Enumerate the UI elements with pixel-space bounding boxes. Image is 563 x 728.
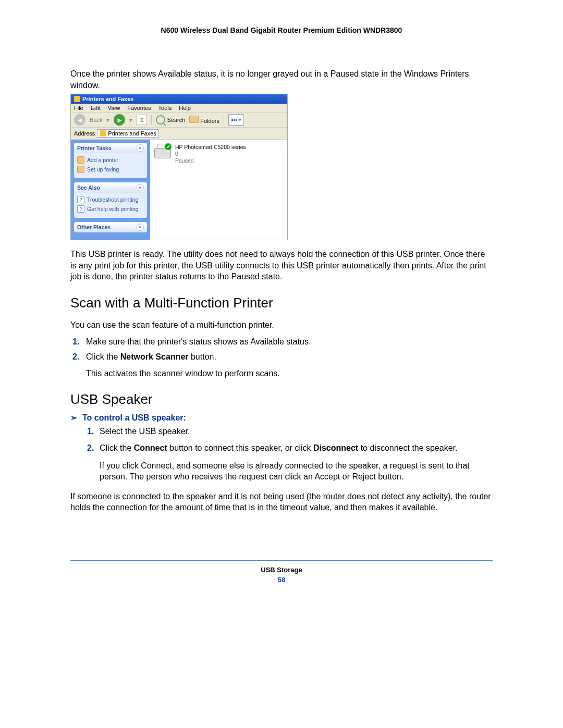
collapse-icon: «	[137, 184, 144, 191]
scan-step-2: 2.Click the Network Scanner button. This…	[71, 351, 493, 379]
scan-intro: You can use the scan feature of a multi-…	[70, 319, 493, 331]
address-value: Printers and Faxes	[108, 130, 156, 137]
printer-icon: ✔	[154, 144, 171, 158]
search-label: Search	[167, 117, 185, 123]
page-footer: USB Storage 58	[70, 560, 493, 584]
window-menubar: File Edit View Favorites Tools Help	[71, 104, 287, 113]
address-bar: Address Printers and Faxes	[71, 128, 287, 140]
printers-window: Printers and Faxes File Edit View Favori…	[70, 94, 288, 240]
expand-icon: «	[137, 224, 144, 231]
menu-tools[interactable]: Tools	[158, 105, 172, 111]
address-icon	[100, 130, 106, 137]
menu-view[interactable]: View	[108, 105, 120, 111]
other-places-panel: Other Places «	[74, 222, 147, 232]
footer-section: USB Storage	[70, 566, 493, 574]
scan-step-2-sub: This activates the scanner window to per…	[86, 368, 493, 379]
get-help-link[interactable]: ?Get help with printing	[77, 204, 144, 214]
page-header: N600 Wireless Dual Band Gigabit Router P…	[70, 26, 493, 34]
printer-info: HP Photosmart C5200 series 0 Paused	[175, 144, 246, 164]
chevron-right-icon: ➢	[70, 413, 77, 423]
usb-step-2-sub: If you click Connect, and someone else i…	[100, 460, 493, 483]
other-places-title: Other Places	[77, 224, 111, 230]
search-button[interactable]: Search	[156, 115, 185, 125]
views-button[interactable]: ▾	[228, 114, 244, 126]
troubleshoot-link[interactable]: ?Troubleshoot printing	[77, 195, 144, 204]
window-titlebar[interactable]: Printers and Faxes	[71, 94, 287, 104]
tasks-sidebar: Printer Tasks « Add a printer Set up fax…	[71, 140, 150, 240]
scan-heading: Scan with a Multi-Function Printer	[70, 295, 493, 311]
search-icon	[156, 115, 165, 125]
see-also-panel: See Also « ?Troubleshoot printing ?Get h…	[74, 182, 147, 218]
address-field[interactable]: Printers and Faxes	[97, 129, 158, 138]
printer-jobs: 0	[175, 151, 178, 157]
fax-icon	[77, 166, 84, 173]
see-also-title: See Also	[77, 184, 100, 191]
window-toolbar: ◄ Back ▾ ► ▾ ↥ Search Folders ▾	[71, 113, 287, 128]
usb-steps: 1.Select the USB speaker. 2.Click the Co…	[70, 426, 493, 482]
after-screenshot-paragraph: This USB printer is ready. The utility d…	[70, 249, 493, 282]
address-label: Address	[74, 130, 95, 137]
printer-item[interactable]: ✔ HP Photosmart C5200 series 0 Paused	[154, 144, 283, 164]
folders-icon	[189, 116, 199, 123]
collapse-icon: «	[137, 144, 144, 152]
printer-status: Paused	[175, 157, 194, 164]
scan-step-1: 1.Make sure that the printer's status sh…	[71, 336, 493, 348]
printer-tasks-panel: Printer Tasks « Add a printer Set up fax…	[74, 143, 147, 178]
usb-step-1: 1.Select the USB speaker.	[87, 426, 493, 437]
setup-faxing-link[interactable]: Set up faxing	[77, 165, 144, 174]
printer-tasks-header[interactable]: Printer Tasks «	[74, 143, 147, 153]
add-printer-icon	[77, 156, 84, 164]
add-printer-link[interactable]: Add a printer	[77, 155, 144, 165]
usb-closing: If someone is connected to the speaker a…	[70, 491, 493, 513]
menu-edit[interactable]: Edit	[91, 105, 101, 111]
back-label: Back	[90, 117, 102, 123]
usb-step-2: 2.Click the Connect button to connect th…	[87, 442, 493, 483]
help-icon: ?	[77, 196, 84, 203]
window-title: Printers and Faxes	[82, 96, 133, 102]
chevron-down-icon: ▾	[239, 117, 241, 122]
scan-steps: 1.Make sure that the printer's status sh…	[70, 336, 493, 379]
menu-help[interactable]: Help	[179, 105, 191, 111]
help-icon: ?	[77, 205, 84, 213]
menu-favorites[interactable]: Favorites	[127, 105, 151, 111]
back-button[interactable]: ◄	[74, 114, 85, 126]
intro-paragraph: Once the printer shows Available status,…	[70, 68, 493, 91]
see-also-header[interactable]: See Also «	[74, 182, 147, 193]
usb-heading: USB Speaker	[70, 391, 493, 408]
folders-button[interactable]: Folders	[189, 116, 219, 124]
footer-page: 58	[70, 576, 493, 584]
other-places-header[interactable]: Other Places «	[74, 222, 147, 232]
folders-label: Folders	[200, 118, 219, 124]
printers-icon	[74, 96, 80, 102]
back-dropdown-icon[interactable]: ▾	[106, 117, 109, 124]
printer-tasks-title: Printer Tasks	[77, 145, 112, 151]
usb-procedure-heading: ➢ To control a USB speaker:	[70, 413, 493, 423]
forward-button[interactable]: ►	[114, 114, 125, 126]
printers-content: ✔ HP Photosmart C5200 series 0 Paused	[150, 140, 287, 240]
printer-name: HP Photosmart C5200 series	[175, 144, 246, 150]
forward-dropdown-icon[interactable]: ▾	[129, 117, 132, 124]
up-button[interactable]: ↥	[137, 115, 147, 125]
menu-file[interactable]: File	[74, 105, 83, 111]
